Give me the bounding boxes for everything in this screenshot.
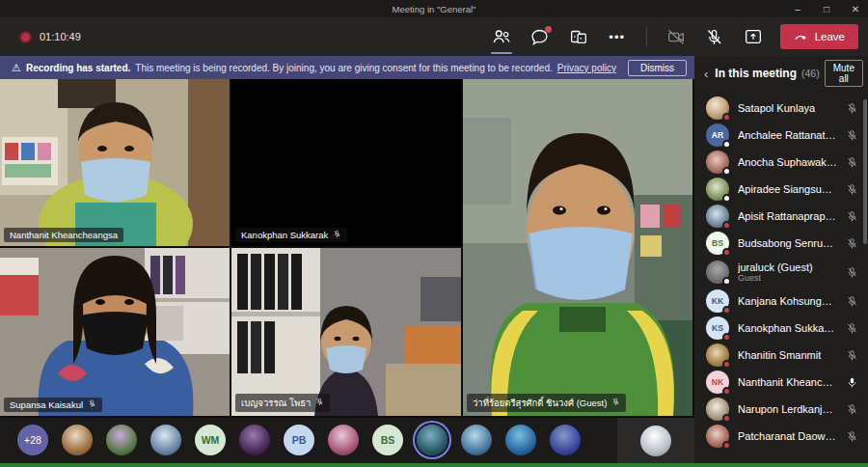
- people-icon: [491, 26, 512, 47]
- overflow-count-badge[interactable]: +28: [17, 425, 48, 455]
- minimize-icon[interactable]: –: [791, 4, 804, 14]
- participant-subtitle: Guest: [738, 273, 837, 283]
- participant-row[interactable]: KS Kanokphan Sukkarak: [694, 315, 868, 342]
- strip-avatar[interactable]: BS: [372, 425, 403, 455]
- participant-name: Anchalee Rattanatham: [738, 129, 837, 141]
- participant-avatar-wrap: KS: [706, 316, 729, 340]
- video-tile[interactable]: ว่าที่ร้อยตรีสุรศักดิ์ ชินวงศ์ (Guest): [463, 79, 692, 416]
- tile-name-label: Supansa Kaisakul: [4, 398, 102, 412]
- banner-body-text: This meeting is being recorded. By joini…: [135, 63, 552, 73]
- strip-avatar[interactable]: [150, 425, 181, 455]
- participant-name: Budsabong Senrungsee: [738, 237, 837, 249]
- mic-off-icon: [846, 237, 858, 250]
- strip-avatar[interactable]: WM: [195, 425, 226, 455]
- presence-badge: [722, 333, 731, 342]
- participant-row[interactable]: NK Nanthanit Kheancheangsa: [694, 369, 868, 396]
- mic-off-icon: [846, 403, 858, 416]
- strip-avatar[interactable]: PB: [284, 425, 314, 455]
- participant-name-wrap: Patcharanat Daowadung: [738, 430, 837, 442]
- participant-row[interactable]: KK Kanjana Kohsungnoen: [694, 288, 868, 315]
- participant-avatar-wrap: [706, 425, 729, 448]
- strip-avatar[interactable]: [106, 425, 137, 455]
- participant-row[interactable]: AR Anchalee Rattanatham: [694, 122, 868, 149]
- share-button[interactable]: [742, 25, 765, 48]
- strip-avatar[interactable]: [62, 425, 93, 455]
- participant-row[interactable]: Satapol Kunlaya: [694, 95, 868, 122]
- participants-button[interactable]: [490, 25, 513, 48]
- window-controls: – □ ✕: [791, 0, 862, 17]
- mic-off-icon: [846, 129, 858, 142]
- strip-avatar[interactable]: [328, 425, 359, 455]
- video-tile[interactable]: Nanthanit Kheancheangsa: [0, 79, 230, 246]
- self-video-panel[interactable]: [617, 418, 694, 463]
- participant-name-wrap: Kanokphan Sukkarak: [738, 322, 837, 334]
- participant-row[interactable]: Patcharanat Daowadung: [694, 423, 868, 450]
- teams-meeting-window: Meeting in "General" – □ ✕ 01:10:49: [0, 0, 868, 467]
- participant-avatar-wrap: [706, 178, 729, 201]
- strip-avatar[interactable]: [417, 425, 448, 455]
- video-tile-camera-off[interactable]: Kanokphan Sukkarak: [231, 79, 461, 246]
- share-screen-icon: [743, 26, 764, 47]
- banner-message: ⚠ Recording has started. This meeting is…: [0, 62, 628, 74]
- chat-notification-dot: [545, 26, 552, 33]
- mic-toggle-button[interactable]: [703, 25, 726, 48]
- more-options-button[interactable]: •••: [606, 25, 629, 48]
- toolbar-controls: ••• Leave: [490, 24, 858, 49]
- mic-off-icon: [846, 430, 858, 443]
- warning-icon: ⚠: [12, 62, 21, 74]
- window-title: Meeting in "General": [392, 4, 475, 14]
- mic-off-icon: [846, 349, 858, 362]
- breakout-rooms-button[interactable]: [567, 25, 590, 48]
- participant-avatar-wrap: [706, 96, 729, 120]
- participant-row[interactable]: Khanitin Smanmit: [694, 342, 868, 369]
- banner-bold-text: Recording has started.: [26, 63, 130, 73]
- participant-row[interactable]: Apisit Rattanaprapanan: [694, 203, 868, 230]
- meeting-toolbar: 01:10:49 •••: [0, 17, 868, 56]
- video-tile[interactable]: Supansa Kaisakul: [0, 248, 230, 416]
- leave-label: Leave: [815, 31, 845, 42]
- participant-avatar-wrap: [706, 151, 729, 174]
- participant-name-wrap: Khanitin Smanmit: [738, 349, 837, 361]
- toolbar-divider: [646, 27, 647, 46]
- sidebar-title: In this meeting: [715, 67, 797, 80]
- presence-badge: [722, 441, 731, 450]
- participant-name-wrap: Apisit Rattanaprapanan: [738, 210, 837, 222]
- participant-row[interactable]: BS Budsabong Senrungsee: [694, 230, 868, 257]
- participant-name-wrap: Anocha Suphawakun: [738, 156, 837, 168]
- rooms-icon: [568, 26, 589, 47]
- participant-name-wrap: Kanjana Kohsungnoen: [738, 295, 837, 307]
- participant-row[interactable]: Narupon Lerdkanjanaporn: [694, 396, 868, 423]
- participant-avatar-wrap: [706, 261, 729, 284]
- mute-all-button[interactable]: Mute all: [825, 60, 863, 87]
- privacy-policy-link[interactable]: Privacy policy: [557, 63, 616, 73]
- strip-avatar[interactable]: [550, 425, 581, 455]
- presence-badge: [722, 248, 731, 257]
- leave-button[interactable]: Leave: [780, 24, 858, 49]
- participant-avatar-wrap: [706, 343, 729, 367]
- video-frame: [0, 79, 230, 246]
- participant-name: Anocha Suphawakun: [738, 156, 837, 168]
- mic-off-icon: [704, 27, 724, 47]
- strip-avatar[interactable]: [461, 425, 492, 455]
- mic-off-icon: [846, 295, 858, 308]
- participant-row[interactable]: juraluck (Guest) Guest: [694, 257, 868, 288]
- video-tile[interactable]: เบญจวรรณ โพธา: [231, 248, 461, 416]
- dismiss-button[interactable]: Dismiss: [628, 60, 687, 76]
- hangup-icon: [794, 29, 808, 45]
- participant-avatar-wrap: KK: [706, 289, 729, 313]
- participant-row[interactable]: Anocha Suphawakun: [694, 149, 868, 176]
- participant-row[interactable]: Apiradee Siangsuepchart: [694, 176, 868, 203]
- strip-avatar[interactable]: [239, 425, 270, 455]
- participant-avatar-wrap: BS: [706, 232, 729, 255]
- video-frame: [231, 248, 461, 416]
- video-grid: Nanthanit Kheancheangsa Kanokphan Sukkar…: [0, 79, 694, 418]
- maximize-icon[interactable]: □: [820, 4, 833, 14]
- chat-button[interactable]: [529, 25, 552, 48]
- close-icon[interactable]: ✕: [849, 4, 862, 14]
- camera-toggle-button[interactable]: [665, 25, 688, 48]
- tile-name-label: เบญจวรรณ โพธา: [235, 394, 330, 412]
- sidebar-scrollbar[interactable]: [863, 99, 867, 244]
- strip-avatar[interactable]: [505, 425, 536, 455]
- participant-avatar-wrap: [706, 205, 729, 228]
- back-chevron-icon[interactable]: ‹: [702, 67, 710, 81]
